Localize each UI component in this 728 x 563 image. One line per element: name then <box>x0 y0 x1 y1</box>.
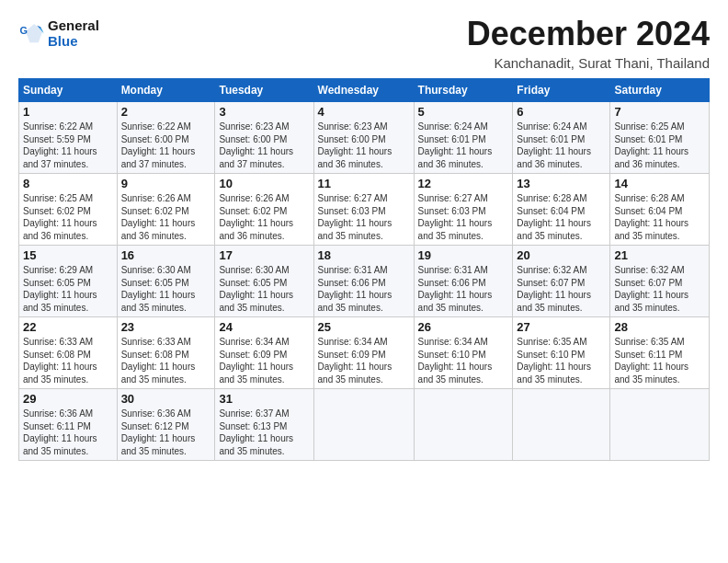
main-title: December 2024 <box>467 15 710 53</box>
day-number: 2 <box>121 105 211 119</box>
table-row: 14Sunrise: 6:28 AMSunset: 6:04 PMDayligh… <box>610 174 710 246</box>
table-row: 31Sunrise: 6:37 AMSunset: 6:13 PMDayligh… <box>215 389 313 461</box>
day-detail: Sunrise: 6:22 AMSunset: 6:00 PMDaylight:… <box>121 121 196 169</box>
day-detail: Sunrise: 6:35 AMSunset: 6:11 PMDaylight:… <box>614 337 688 385</box>
table-row: 2Sunrise: 6:22 AMSunset: 6:00 PMDaylight… <box>117 102 215 174</box>
day-number: 13 <box>517 177 606 190</box>
table-row: 7Sunrise: 6:25 AMSunset: 6:01 PMDaylight… <box>610 102 710 174</box>
day-number: 4 <box>318 105 410 119</box>
page: G General Blue December 2024 Kanchanadit… <box>0 0 728 470</box>
svg-text:G: G <box>20 25 28 36</box>
day-detail: Sunrise: 6:30 AMSunset: 6:05 PMDaylight:… <box>121 265 196 313</box>
day-detail: Sunrise: 6:27 AMSunset: 6:03 PMDaylight:… <box>418 193 493 241</box>
table-row: 21Sunrise: 6:32 AMSunset: 6:07 PMDayligh… <box>610 246 710 317</box>
day-detail: Sunrise: 6:32 AMSunset: 6:07 PMDaylight:… <box>614 265 688 313</box>
day-number: 22 <box>23 320 113 334</box>
table-row: 13Sunrise: 6:28 AMSunset: 6:04 PMDayligh… <box>513 174 610 246</box>
day-detail: Sunrise: 6:29 AMSunset: 6:05 PMDaylight:… <box>23 265 97 313</box>
calendar: Sunday Monday Tuesday Wednesday Thursday… <box>18 78 710 461</box>
day-detail: Sunrise: 6:30 AMSunset: 6:05 PMDaylight:… <box>219 265 293 313</box>
col-friday: Friday <box>513 79 610 102</box>
day-number: 14 <box>614 177 705 190</box>
day-number: 29 <box>23 392 113 406</box>
col-saturday: Saturday <box>610 79 710 102</box>
day-detail: Sunrise: 6:24 AMSunset: 6:01 PMDaylight:… <box>418 121 493 169</box>
table-row: 1Sunrise: 6:22 AMSunset: 5:59 PMDaylight… <box>19 102 118 174</box>
table-row: 4Sunrise: 6:23 AMSunset: 6:00 PMDaylight… <box>313 102 414 174</box>
col-monday: Monday <box>117 79 215 102</box>
table-row: 12Sunrise: 6:27 AMSunset: 6:03 PMDayligh… <box>414 174 513 246</box>
day-number: 19 <box>418 248 509 262</box>
day-detail: Sunrise: 6:32 AMSunset: 6:07 PMDaylight:… <box>517 265 591 313</box>
table-row <box>513 389 610 461</box>
table-row: 3Sunrise: 6:23 AMSunset: 6:00 PMDaylight… <box>215 102 313 174</box>
table-row: 5Sunrise: 6:24 AMSunset: 6:01 PMDaylight… <box>414 102 513 174</box>
table-row: 15Sunrise: 6:29 AMSunset: 6:05 PMDayligh… <box>19 246 118 317</box>
day-detail: Sunrise: 6:27 AMSunset: 6:03 PMDaylight:… <box>318 193 392 241</box>
table-row <box>414 389 513 461</box>
col-sunday: Sunday <box>19 79 118 102</box>
day-detail: Sunrise: 6:37 AMSunset: 6:13 PMDaylight:… <box>219 408 293 456</box>
day-number: 12 <box>418 177 509 190</box>
day-number: 1 <box>23 105 113 119</box>
table-row: 20Sunrise: 6:32 AMSunset: 6:07 PMDayligh… <box>513 246 610 317</box>
day-detail: Sunrise: 6:25 AMSunset: 6:02 PMDaylight:… <box>23 193 97 241</box>
col-wednesday: Wednesday <box>313 79 414 102</box>
col-thursday: Thursday <box>414 79 513 102</box>
title-block: December 2024 Kanchanadit, Surat Thani, … <box>467 15 710 71</box>
table-row: 8Sunrise: 6:25 AMSunset: 6:02 PMDaylight… <box>19 174 118 246</box>
logo-icon: G <box>18 21 44 47</box>
header: G General Blue December 2024 Kanchanadit… <box>18 15 710 71</box>
day-detail: Sunrise: 6:31 AMSunset: 6:06 PMDaylight:… <box>318 265 392 313</box>
day-detail: Sunrise: 6:33 AMSunset: 6:08 PMDaylight:… <box>23 337 97 385</box>
day-detail: Sunrise: 6:36 AMSunset: 6:12 PMDaylight:… <box>121 408 196 456</box>
day-number: 7 <box>614 105 705 119</box>
day-number: 9 <box>121 177 211 190</box>
day-number: 10 <box>219 177 309 190</box>
col-tuesday: Tuesday <box>215 79 313 102</box>
day-detail: Sunrise: 6:23 AMSunset: 6:00 PMDaylight:… <box>318 121 392 169</box>
day-number: 25 <box>318 320 410 334</box>
day-detail: Sunrise: 6:23 AMSunset: 6:00 PMDaylight:… <box>219 121 293 169</box>
day-detail: Sunrise: 6:22 AMSunset: 5:59 PMDaylight:… <box>23 121 97 169</box>
table-row: 6Sunrise: 6:24 AMSunset: 6:01 PMDaylight… <box>513 102 610 174</box>
table-row: 22Sunrise: 6:33 AMSunset: 6:08 PMDayligh… <box>19 317 118 389</box>
day-number: 27 <box>517 320 606 334</box>
table-row: 9Sunrise: 6:26 AMSunset: 6:02 PMDaylight… <box>117 174 215 246</box>
subtitle: Kanchanadit, Surat Thani, Thailand <box>467 55 710 71</box>
table-row <box>610 389 710 461</box>
day-number: 15 <box>23 248 113 262</box>
day-number: 31 <box>219 392 309 406</box>
day-number: 26 <box>418 320 509 334</box>
day-number: 6 <box>517 105 606 119</box>
logo-text: General Blue <box>48 18 99 49</box>
day-number: 18 <box>318 248 410 262</box>
day-detail: Sunrise: 6:28 AMSunset: 6:04 PMDaylight:… <box>517 193 591 241</box>
day-number: 8 <box>23 177 113 190</box>
day-number: 16 <box>121 248 211 262</box>
table-row: 16Sunrise: 6:30 AMSunset: 6:05 PMDayligh… <box>117 246 215 317</box>
table-row: 23Sunrise: 6:33 AMSunset: 6:08 PMDayligh… <box>117 317 215 389</box>
table-row: 26Sunrise: 6:34 AMSunset: 6:10 PMDayligh… <box>414 317 513 389</box>
day-detail: Sunrise: 6:28 AMSunset: 6:04 PMDaylight:… <box>614 193 688 241</box>
table-row: 29Sunrise: 6:36 AMSunset: 6:11 PMDayligh… <box>19 389 118 461</box>
day-detail: Sunrise: 6:36 AMSunset: 6:11 PMDaylight:… <box>23 408 97 456</box>
day-detail: Sunrise: 6:35 AMSunset: 6:10 PMDaylight:… <box>517 337 591 385</box>
table-row: 27Sunrise: 6:35 AMSunset: 6:10 PMDayligh… <box>513 317 610 389</box>
day-detail: Sunrise: 6:34 AMSunset: 6:10 PMDaylight:… <box>418 337 493 385</box>
table-row: 30Sunrise: 6:36 AMSunset: 6:12 PMDayligh… <box>117 389 215 461</box>
table-row: 25Sunrise: 6:34 AMSunset: 6:09 PMDayligh… <box>313 317 414 389</box>
day-number: 23 <box>121 320 211 334</box>
table-row: 18Sunrise: 6:31 AMSunset: 6:06 PMDayligh… <box>313 246 414 317</box>
table-row: 17Sunrise: 6:30 AMSunset: 6:05 PMDayligh… <box>215 246 313 317</box>
day-detail: Sunrise: 6:26 AMSunset: 6:02 PMDaylight:… <box>121 193 196 241</box>
calendar-body: 1Sunrise: 6:22 AMSunset: 5:59 PMDaylight… <box>19 102 710 461</box>
table-row <box>313 389 414 461</box>
day-number: 24 <box>219 320 309 334</box>
day-number: 3 <box>219 105 309 119</box>
table-row: 11Sunrise: 6:27 AMSunset: 6:03 PMDayligh… <box>313 174 414 246</box>
table-row: 19Sunrise: 6:31 AMSunset: 6:06 PMDayligh… <box>414 246 513 317</box>
day-number: 30 <box>121 392 211 406</box>
day-detail: Sunrise: 6:31 AMSunset: 6:06 PMDaylight:… <box>418 265 493 313</box>
day-number: 21 <box>614 248 705 262</box>
